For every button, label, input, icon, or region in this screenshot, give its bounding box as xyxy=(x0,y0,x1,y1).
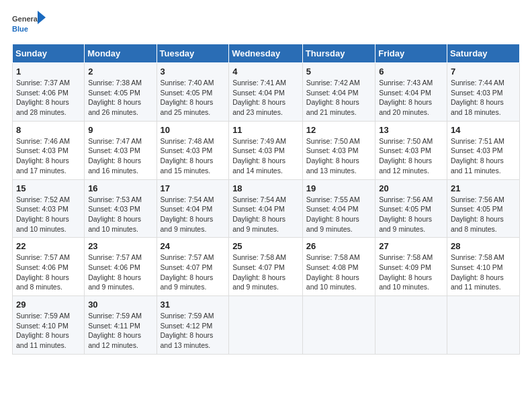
day-number: 2 xyxy=(88,66,152,77)
calendar-cell xyxy=(375,296,447,355)
day-number: 30 xyxy=(88,300,152,310)
calendar-cell: 29Sunrise: 7:59 AMSunset: 4:10 PMDayligh… xyxy=(13,296,85,355)
logo: General Blue xyxy=(12,7,46,40)
day-number: 12 xyxy=(306,125,371,135)
day-info: Sunrise: 7:59 AMSunset: 4:10 PMDaylight:… xyxy=(16,311,81,351)
day-info: Sunrise: 7:58 AMSunset: 4:08 PMDaylight:… xyxy=(306,253,371,292)
day-number: 10 xyxy=(161,125,226,135)
svg-text:General: General xyxy=(12,15,40,23)
calendar-cell: 11Sunrise: 7:49 AMSunset: 4:03 PMDayligh… xyxy=(229,121,303,179)
calendar-cell: 1Sunrise: 7:37 AMSunset: 4:06 PMDaylight… xyxy=(13,63,85,122)
day-number: 14 xyxy=(451,125,516,135)
weekday-header-friday: Friday xyxy=(375,44,447,63)
calendar-cell xyxy=(302,296,375,355)
calendar-cell: 19Sunrise: 7:55 AMSunset: 4:04 PMDayligh… xyxy=(302,179,375,238)
day-info: Sunrise: 7:48 AMSunset: 4:03 PMDaylight:… xyxy=(161,136,226,176)
weekday-header-saturday: Saturday xyxy=(447,44,519,63)
day-number: 1 xyxy=(16,66,81,77)
day-info: Sunrise: 7:57 AMSunset: 4:06 PMDaylight:… xyxy=(88,253,152,292)
day-number: 11 xyxy=(232,125,299,135)
day-info: Sunrise: 7:47 AMSunset: 4:03 PMDaylight:… xyxy=(88,136,152,176)
day-number: 8 xyxy=(16,125,81,135)
day-number: 28 xyxy=(451,241,516,251)
calendar-cell: 20Sunrise: 7:56 AMSunset: 4:05 PMDayligh… xyxy=(375,179,447,238)
calendar-cell: 25Sunrise: 7:58 AMSunset: 4:07 PMDayligh… xyxy=(229,238,303,296)
day-info: Sunrise: 7:51 AMSunset: 4:03 PMDaylight:… xyxy=(451,136,516,176)
day-info: Sunrise: 7:56 AMSunset: 4:05 PMDaylight:… xyxy=(379,195,443,234)
calendar-cell: 4Sunrise: 7:41 AMSunset: 4:04 PMDaylight… xyxy=(229,63,303,122)
day-number: 4 xyxy=(232,66,299,77)
day-info: Sunrise: 7:54 AMSunset: 4:04 PMDaylight:… xyxy=(232,195,299,234)
day-number: 22 xyxy=(16,241,81,251)
day-number: 27 xyxy=(379,241,443,251)
day-number: 6 xyxy=(379,66,443,77)
day-number: 20 xyxy=(379,183,443,193)
calendar-cell: 13Sunrise: 7:50 AMSunset: 4:03 PMDayligh… xyxy=(375,121,447,179)
calendar-cell: 12Sunrise: 7:50 AMSunset: 4:03 PMDayligh… xyxy=(302,121,375,179)
calendar-week-row: 29Sunrise: 7:59 AMSunset: 4:10 PMDayligh… xyxy=(13,296,520,355)
calendar-cell: 2Sunrise: 7:38 AMSunset: 4:05 PMDaylight… xyxy=(85,63,157,122)
day-info: Sunrise: 7:59 AMSunset: 4:11 PMDaylight:… xyxy=(88,311,152,351)
calendar-cell: 6Sunrise: 7:43 AMSunset: 4:04 PMDaylight… xyxy=(375,63,447,122)
calendar-cell: 10Sunrise: 7:48 AMSunset: 4:03 PMDayligh… xyxy=(157,121,229,179)
day-info: Sunrise: 7:44 AMSunset: 4:03 PMDaylight:… xyxy=(451,78,516,118)
day-number: 25 xyxy=(232,241,299,251)
calendar-cell xyxy=(229,296,303,355)
day-number: 5 xyxy=(306,66,371,77)
day-number: 21 xyxy=(451,183,516,193)
calendar-week-row: 8Sunrise: 7:46 AMSunset: 4:03 PMDaylight… xyxy=(13,121,520,179)
day-number: 19 xyxy=(306,183,371,193)
calendar-cell: 30Sunrise: 7:59 AMSunset: 4:11 PMDayligh… xyxy=(85,296,157,355)
calendar-cell: 15Sunrise: 7:52 AMSunset: 4:03 PMDayligh… xyxy=(13,179,85,238)
calendar-cell: 22Sunrise: 7:57 AMSunset: 4:06 PMDayligh… xyxy=(13,238,85,296)
day-info: Sunrise: 7:59 AMSunset: 4:12 PMDaylight:… xyxy=(161,311,226,351)
day-info: Sunrise: 7:49 AMSunset: 4:03 PMDaylight:… xyxy=(232,136,299,176)
day-info: Sunrise: 7:58 AMSunset: 4:07 PMDaylight:… xyxy=(232,253,299,292)
day-info: Sunrise: 7:41 AMSunset: 4:04 PMDaylight:… xyxy=(232,78,299,118)
day-info: Sunrise: 7:38 AMSunset: 4:05 PMDaylight:… xyxy=(88,78,152,118)
calendar-week-row: 1Sunrise: 7:37 AMSunset: 4:06 PMDaylight… xyxy=(13,63,520,122)
day-number: 31 xyxy=(161,300,226,310)
day-number: 15 xyxy=(16,183,81,193)
calendar-cell: 8Sunrise: 7:46 AMSunset: 4:03 PMDaylight… xyxy=(13,121,85,179)
day-number: 18 xyxy=(232,183,299,193)
day-info: Sunrise: 7:55 AMSunset: 4:04 PMDaylight:… xyxy=(306,195,371,234)
day-number: 24 xyxy=(161,241,226,251)
svg-text:Blue: Blue xyxy=(12,25,28,33)
logo-svg: General Blue xyxy=(12,9,46,40)
day-number: 9 xyxy=(88,125,152,135)
calendar-cell xyxy=(447,296,519,355)
calendar-cell: 21Sunrise: 7:56 AMSunset: 4:05 PMDayligh… xyxy=(447,179,519,238)
day-info: Sunrise: 7:43 AMSunset: 4:04 PMDaylight:… xyxy=(379,78,443,118)
calendar-cell: 14Sunrise: 7:51 AMSunset: 4:03 PMDayligh… xyxy=(447,121,519,179)
day-info: Sunrise: 7:46 AMSunset: 4:03 PMDaylight:… xyxy=(16,136,81,176)
day-number: 3 xyxy=(161,66,226,77)
day-number: 13 xyxy=(379,125,443,135)
day-info: Sunrise: 7:42 AMSunset: 4:04 PMDaylight:… xyxy=(306,78,371,118)
day-info: Sunrise: 7:53 AMSunset: 4:03 PMDaylight:… xyxy=(88,195,152,234)
weekday-header-sunday: Sunday xyxy=(13,44,85,63)
calendar-cell: 7Sunrise: 7:44 AMSunset: 4:03 PMDaylight… xyxy=(447,63,519,122)
day-info: Sunrise: 7:56 AMSunset: 4:05 PMDaylight:… xyxy=(451,195,516,234)
day-info: Sunrise: 7:50 AMSunset: 4:03 PMDaylight:… xyxy=(306,136,371,176)
header: General Blue xyxy=(12,7,520,40)
day-info: Sunrise: 7:40 AMSunset: 4:05 PMDaylight:… xyxy=(161,78,226,118)
day-info: Sunrise: 7:57 AMSunset: 4:07 PMDaylight:… xyxy=(161,253,226,292)
weekday-header-thursday: Thursday xyxy=(302,44,375,63)
calendar-cell: 26Sunrise: 7:58 AMSunset: 4:08 PMDayligh… xyxy=(302,238,375,296)
calendar-cell: 9Sunrise: 7:47 AMSunset: 4:03 PMDaylight… xyxy=(85,121,157,179)
day-number: 29 xyxy=(16,300,81,310)
day-number: 7 xyxy=(451,66,516,77)
calendar-cell: 24Sunrise: 7:57 AMSunset: 4:07 PMDayligh… xyxy=(157,238,229,296)
calendar-cell: 18Sunrise: 7:54 AMSunset: 4:04 PMDayligh… xyxy=(229,179,303,238)
calendar-cell: 3Sunrise: 7:40 AMSunset: 4:05 PMDaylight… xyxy=(157,63,229,122)
calendar-cell: 27Sunrise: 7:58 AMSunset: 4:09 PMDayligh… xyxy=(375,238,447,296)
calendar-cell: 23Sunrise: 7:57 AMSunset: 4:06 PMDayligh… xyxy=(85,238,157,296)
day-info: Sunrise: 7:54 AMSunset: 4:04 PMDaylight:… xyxy=(161,195,226,234)
calendar-table: SundayMondayTuesdayWednesdayThursdayFrid… xyxy=(12,44,520,355)
calendar-cell: 28Sunrise: 7:58 AMSunset: 4:10 PMDayligh… xyxy=(447,238,519,296)
weekday-header-monday: Monday xyxy=(85,44,157,63)
page: General Blue SundayMondayTuesdayWednesda… xyxy=(0,0,532,411)
day-info: Sunrise: 7:50 AMSunset: 4:03 PMDaylight:… xyxy=(379,136,443,176)
calendar-cell: 31Sunrise: 7:59 AMSunset: 4:12 PMDayligh… xyxy=(157,296,229,355)
